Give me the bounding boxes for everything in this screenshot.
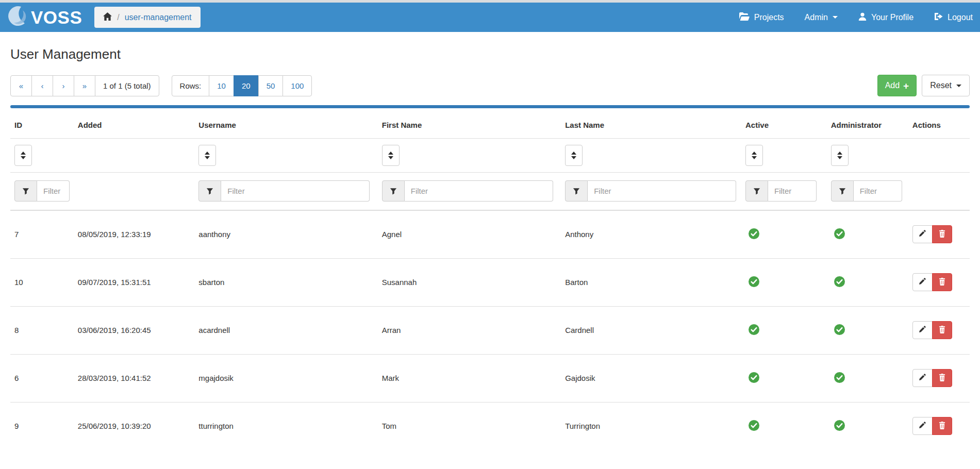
nav-logout-label: Logout [948, 13, 973, 22]
app-window: VOSS / user-management Projects Admin [0, 0, 980, 469]
pencil-icon [919, 326, 926, 334]
check-circle-icon [749, 424, 759, 432]
filter-input-active[interactable] [768, 180, 817, 202]
sort-cell-id [10, 139, 74, 173]
edit-button[interactable] [912, 225, 933, 243]
table-row: 925/06/2019, 10:39:20tturringtonTomTurri… [10, 403, 970, 450]
sort-asc-icon [837, 152, 842, 155]
rows-option-50[interactable]: 50 [258, 75, 284, 96]
breadcrumb-current[interactable]: user-management [125, 13, 192, 22]
nav-your-profile-label: Your Profile [871, 13, 913, 22]
username-cell: tturrington [194, 403, 377, 450]
trash-icon [939, 422, 945, 431]
actions-cell [908, 403, 970, 450]
nav-projects[interactable]: Projects [739, 12, 784, 23]
id-cell: 7 [10, 210, 74, 259]
sort-cell-username [194, 139, 377, 173]
first_name-cell: Agnel [378, 210, 561, 259]
actions-cell [908, 259, 970, 307]
column-header-administrator: Administrator [827, 109, 908, 139]
active-cell [741, 355, 827, 403]
sort-button-last-name[interactable] [565, 145, 583, 166]
filter-cell-username [194, 173, 377, 211]
sort-button-administrator[interactable] [831, 145, 849, 166]
rows-option-100[interactable]: 100 [283, 75, 312, 96]
sort-cell-first-name [378, 139, 561, 173]
sort-cell-administrator [827, 139, 908, 173]
filter-icon [14, 180, 37, 202]
check-circle-icon [834, 328, 845, 337]
pagination-prev-button[interactable]: ‹ [31, 75, 53, 96]
sort-button-username[interactable] [198, 145, 216, 166]
sort-cell-last-name [561, 139, 741, 173]
pagination-last-button[interactable]: » [74, 75, 95, 96]
folder-open-icon [739, 12, 750, 23]
main-content: User Management « ‹ › » 1 of 1 (5 total)… [0, 32, 980, 450]
pagination-next-button[interactable]: › [53, 75, 74, 96]
nav-admin-dropdown[interactable]: Admin [805, 13, 838, 22]
brand[interactable]: VOSS [4, 5, 82, 30]
username-cell: acardnell [194, 307, 377, 355]
edit-button[interactable] [912, 273, 933, 291]
sort-desc-icon [388, 156, 393, 159]
sort-desc-icon [21, 156, 26, 159]
rows-option-20[interactable]: 20 [234, 75, 259, 96]
filter-input-first-name[interactable] [405, 180, 553, 202]
filter-group-last-name [565, 180, 737, 202]
id-cell: 10 [10, 259, 74, 307]
nav-admin-label: Admin [805, 13, 828, 22]
logout-icon [934, 12, 943, 23]
filter-input-username[interactable] [221, 180, 370, 202]
add-button-label: Add [885, 81, 900, 90]
pagination-first-button[interactable]: « [10, 75, 32, 96]
filter-input-last-name[interactable] [588, 180, 736, 202]
active-cell [741, 210, 827, 259]
filter-input-administrator[interactable] [854, 180, 902, 202]
edit-button[interactable] [912, 369, 933, 387]
active-cell [741, 259, 827, 307]
add-button[interactable]: Add + [877, 75, 917, 96]
last_name-cell: Anthony [561, 210, 741, 259]
delete-button[interactable] [932, 225, 952, 243]
delete-button[interactable] [932, 369, 952, 387]
delete-button[interactable] [932, 273, 952, 291]
nav-your-profile[interactable]: Your Profile [858, 12, 913, 23]
filter-input-id[interactable] [37, 180, 70, 202]
sort-button-first-name[interactable] [382, 145, 400, 166]
added-cell: 28/03/2019, 10:41:52 [74, 355, 194, 403]
check-circle-icon [834, 376, 845, 384]
sort-asc-icon [571, 152, 576, 155]
added-cell: 03/06/2019, 16:20:45 [74, 307, 194, 355]
rows-option-10[interactable]: 10 [209, 75, 234, 96]
row-action-group [912, 273, 952, 291]
first_name-cell: Mark [378, 355, 561, 403]
rows-label: Rows: [172, 75, 210, 96]
row-action-group [912, 417, 952, 435]
active-cell [741, 403, 827, 450]
delete-button[interactable] [932, 321, 952, 339]
nav-logout[interactable]: Logout [934, 12, 973, 23]
reset-button[interactable]: Reset [922, 75, 970, 96]
filter-group-active [745, 180, 823, 202]
home-icon[interactable] [103, 12, 112, 23]
pencil-icon [919, 230, 926, 239]
filter-cell-first-name [378, 173, 561, 211]
sort-asc-icon [752, 152, 757, 155]
filter-icon [565, 180, 588, 202]
nav-projects-label: Projects [754, 13, 784, 22]
administrator-cell [827, 259, 908, 307]
filter-icon [745, 180, 768, 202]
edit-button[interactable] [912, 417, 933, 435]
filter-cell-last-name [561, 173, 741, 211]
filter-cell-actions [908, 173, 970, 211]
row-action-group [912, 369, 952, 387]
administrator-cell [827, 307, 908, 355]
sort-desc-icon [571, 156, 576, 159]
sort-button-id[interactable] [14, 145, 32, 166]
column-header-first-name: First Name [378, 109, 561, 139]
pagination-group: « ‹ › » 1 of 1 (5 total) [10, 75, 159, 96]
delete-button[interactable] [932, 417, 952, 435]
sort-button-active[interactable] [745, 145, 763, 166]
filter-icon [198, 180, 221, 202]
edit-button[interactable] [912, 321, 933, 339]
